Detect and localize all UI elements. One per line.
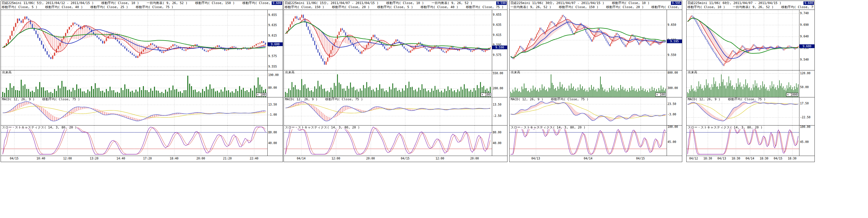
stochastics-axis[interactable]: 100.0045.00 bbox=[666, 126, 682, 156]
volume-axis[interactable]: 550.00200.00 bbox=[492, 71, 507, 97]
time-axis[interactable]: 04/1304/1404/15 bbox=[509, 156, 682, 162]
axis-tick-label: 80.00 bbox=[493, 131, 501, 134]
axis-tick-label: 13.50 bbox=[493, 103, 501, 106]
volume-canvas[interactable] bbox=[687, 71, 799, 97]
volume-label: 出来高 bbox=[687, 71, 698, 74]
time-tick-label: 04/15 bbox=[774, 157, 782, 160]
stochastics-label: スロー・ストキャスティクス( 14, 3, 80, 20 ) bbox=[1, 126, 77, 129]
macd-label: MACD( 12, 26, 9 ) 移動平均( Close, 75 ) bbox=[1, 98, 81, 101]
price-section: 9.6509.6009.5509.595 bbox=[509, 9, 682, 70]
time-tick-label: 04/15 bbox=[636, 157, 645, 160]
volume-canvas[interactable] bbox=[284, 71, 492, 97]
chart-title-line2: 一目均衡表( 9, 26, 52 ) 移動平均( Close, 150 ) 移動… bbox=[510, 5, 681, 9]
current-price-box: 9.600 bbox=[804, 1, 814, 5]
chart-title-line1: 日経225mini 11/06( 30分, 2011/04/07 - 2011/… bbox=[510, 1, 681, 5]
stochastics-canvas[interactable] bbox=[284, 126, 492, 156]
volume-section: 出来高 × 100 190.0080.00 bbox=[1, 70, 283, 97]
macd-axis[interactable]: 17.50-22.50 bbox=[799, 98, 814, 125]
axis-tick-label: -2.50 bbox=[493, 114, 501, 118]
stochastics-label: スロー・ストキャスティクス( 14, 3, 80, 20 ) bbox=[687, 126, 763, 129]
stochastics-label: スロー・ストキャスティクス( 14, 3, 80, 20 ) bbox=[510, 126, 586, 129]
price-axis[interactable]: 9.6559.6359.6159.5959.5759.5559.600 bbox=[267, 10, 283, 70]
stochastics-axis[interactable]: 100.0045.00 bbox=[799, 126, 814, 156]
axis-tick-label: 9.615 bbox=[268, 34, 277, 37]
chart-title-line1: 日経225mini 11/06( 15分, 2011/04/07 - 2011/… bbox=[285, 1, 506, 5]
price-chart-canvas[interactable] bbox=[687, 10, 799, 70]
axis-tick-label: 9.655 bbox=[493, 13, 501, 17]
chart-title-bar[interactable]: 日経225mini 11/06( 15分, 2011/04/07 - 2011/… bbox=[284, 1, 507, 9]
macd-section: MACD( 12, 26, 9 ) 移動平均( Close, 75 ) 23.5… bbox=[509, 97, 682, 125]
price-axis[interactable]: 9.7409.6909.6409.5909.5409.600 bbox=[799, 10, 814, 70]
time-tick-label: 22:40 bbox=[250, 157, 258, 160]
time-tick-label: 04/13 bbox=[717, 157, 726, 160]
stochastics-axis[interactable]: 80.0040.00 bbox=[267, 126, 283, 156]
stochastics-axis[interactable]: 80.0040.00 bbox=[492, 126, 507, 156]
chart-title-bar[interactable]: 日経225mini 11/06( 30分, 2011/04/07 - 2011/… bbox=[509, 1, 682, 9]
current-price-box: 9.590 bbox=[496, 1, 507, 5]
time-tick-label: 12:00 bbox=[63, 157, 72, 160]
volume-axis[interactable]: 800.00300.00 bbox=[666, 71, 682, 97]
axis-tick-label: 40.00 bbox=[493, 141, 501, 145]
macd-canvas[interactable] bbox=[687, 98, 799, 125]
time-tick-label: 18:30 bbox=[788, 157, 797, 160]
axis-tick-label: 9.575 bbox=[493, 53, 501, 57]
volume-axis[interactable]: 190.0080.00 bbox=[267, 71, 283, 97]
time-tick-label: 18:30 bbox=[703, 157, 712, 160]
macd-label: MACD( 12, 26, 9 ) 移動平均( Close, 75 ) bbox=[687, 98, 766, 101]
axis-tick-label: 800.00 bbox=[668, 71, 678, 75]
axis-tick-label: 45.00 bbox=[800, 140, 809, 144]
volume-label: 出来高 bbox=[284, 71, 295, 74]
stochastics-section: スロー・ストキャスティクス( 14, 3, 80, 20 ) 100.0045.… bbox=[509, 125, 682, 156]
time-axis[interactable]: 04/1510:4012:0013:2014:4017:2018:4020:00… bbox=[1, 156, 283, 162]
price-axis[interactable]: 9.6509.6009.5509.595 bbox=[666, 10, 682, 70]
stochastics-canvas[interactable] bbox=[509, 126, 666, 156]
axis-tick-label: 23.50 bbox=[668, 102, 676, 106]
macd-axis[interactable]: 13.50-2.50 bbox=[492, 98, 507, 125]
price-section: 9.7409.6909.6409.5909.5409.600 bbox=[687, 9, 814, 70]
price-chart-canvas[interactable] bbox=[284, 10, 492, 70]
stochastics-section: スロー・ストキャスティクス( 14, 3, 80, 20 ) 80.0040.0… bbox=[284, 125, 507, 156]
price-chart-canvas[interactable] bbox=[509, 10, 666, 70]
time-tick-label: 12:00 bbox=[332, 157, 340, 160]
current-price-marker: 9.600 bbox=[799, 44, 814, 48]
chart-title-bar[interactable]: 日経225mini 11/06( 60分, 2011/04/07 - 2011/… bbox=[687, 1, 814, 9]
price-section: 9.6559.6359.6159.5959.5759.5559.600 bbox=[1, 9, 283, 70]
axis-tick-label: 9.640 bbox=[800, 35, 809, 38]
macd-canvas[interactable] bbox=[284, 98, 492, 125]
time-axis[interactable]: 04/1218:3004/1318:3004/1418:3004/1518:30 bbox=[687, 156, 814, 162]
time-tick-label: 04/14 bbox=[746, 157, 754, 160]
price-chart-canvas[interactable] bbox=[1, 10, 267, 70]
macd-canvas[interactable] bbox=[1, 98, 267, 125]
stochastics-canvas[interactable] bbox=[687, 126, 799, 156]
axis-tick-label: 50.00 bbox=[800, 85, 809, 89]
macd-axis[interactable]: 13.50-1.00 bbox=[267, 98, 283, 125]
chart-title-bar[interactable]: 日経225mini 11/06( 5分, 2011/04/12 - 2011/0… bbox=[1, 1, 283, 9]
price-axis[interactable]: 9.6559.6359.6159.5959.5759.590 bbox=[492, 10, 507, 70]
macd-axis[interactable]: 23.50-3.00 bbox=[666, 98, 682, 125]
volume-canvas[interactable] bbox=[1, 71, 267, 97]
volume-multiplier-box: × 1000 bbox=[786, 93, 798, 97]
axis-tick-label: 9.575 bbox=[268, 55, 277, 58]
time-tick-label: 04/15 bbox=[10, 157, 19, 160]
chart-window-15min: 日経225mini 11/06( 15分, 2011/04/07 - 2011/… bbox=[283, 1, 507, 162]
macd-section: MACD( 12, 26, 9 ) 移動平均( Close, 75 ) 13.5… bbox=[284, 97, 507, 125]
macd-canvas[interactable] bbox=[509, 98, 666, 125]
axis-tick-label: 9.655 bbox=[268, 13, 277, 17]
axis-tick-label: 9.635 bbox=[493, 23, 501, 27]
time-tick-label: 13:20 bbox=[90, 157, 98, 160]
stochastics-canvas[interactable] bbox=[1, 126, 267, 156]
volume-section: 出来高 × 100 800.00300.00 bbox=[509, 70, 682, 97]
axis-tick-label: 40.00 bbox=[268, 141, 277, 145]
time-tick-label: 04/14 bbox=[297, 157, 306, 160]
axis-tick-label: 9.635 bbox=[268, 24, 277, 27]
chart-window-60min: 日経225mini 11/06( 60分, 2011/04/07 - 2011/… bbox=[686, 1, 815, 162]
time-tick-label: 14:40 bbox=[116, 157, 125, 160]
trading-app-desktop: { "colors": { "up": "#d93a2e", "down": "… bbox=[0, 0, 868, 218]
current-price-box: 9.595 bbox=[671, 1, 681, 5]
time-axis[interactable]: 04/1412:0020:0004/1512:0020:00 bbox=[284, 156, 507, 162]
volume-canvas[interactable] bbox=[509, 71, 666, 97]
axis-tick-label: 9.690 bbox=[800, 23, 809, 27]
axis-tick-label: 9.550 bbox=[668, 53, 676, 57]
axis-tick-label: 9.615 bbox=[493, 33, 501, 37]
volume-axis[interactable]: 120.0050.00 bbox=[799, 71, 814, 97]
